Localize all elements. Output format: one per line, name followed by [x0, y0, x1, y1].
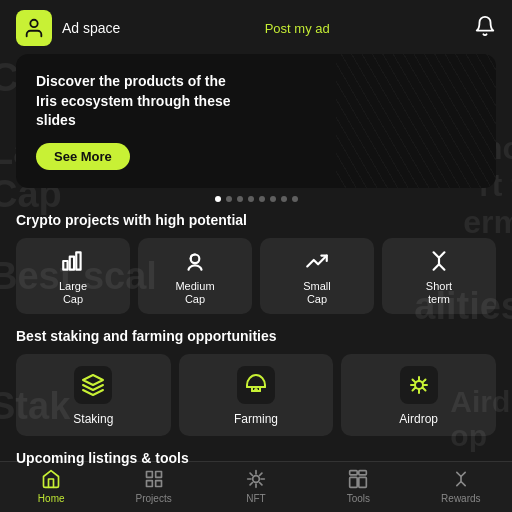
banner-dots — [0, 196, 512, 202]
upcoming-section: Upcoming listings & tools — [0, 450, 512, 466]
line-chart-icon — [304, 248, 330, 274]
bar-chart-icon — [60, 248, 86, 274]
header: Ad space Post my ad — [0, 0, 512, 50]
airdrop-item[interactable]: Airdrop — [341, 354, 496, 436]
airdrop-icon — [407, 373, 431, 397]
small-cap-label: SmallCap — [303, 280, 331, 306]
short-term-item[interactable]: Shortterm — [382, 238, 496, 314]
large-cap-label: LargeCap — [59, 280, 87, 306]
ad-space-label: Ad space — [62, 20, 120, 36]
dot-6[interactable] — [270, 196, 276, 202]
upcoming-title: Upcoming listings & tools — [16, 450, 496, 466]
staking-section-title: Best staking and farming opportunities — [0, 328, 512, 344]
dot-1[interactable] — [215, 196, 221, 202]
staking-label: Staking — [73, 412, 113, 426]
farming-icon-wrap — [237, 366, 275, 404]
banner-bg-pattern — [336, 54, 496, 188]
dot-4[interactable] — [248, 196, 254, 202]
post-my-ad-link[interactable]: Post my ad — [265, 21, 330, 36]
airdrop-label: Airdrop — [399, 412, 438, 426]
see-more-button[interactable]: See More — [36, 143, 130, 170]
helmet-icon — [244, 373, 268, 397]
arrows-updown-icon — [426, 248, 452, 274]
bell-icon[interactable] — [474, 15, 496, 41]
airdrop-icon-wrap — [400, 366, 438, 404]
svg-marker-6 — [83, 375, 103, 385]
dot-3[interactable] — [237, 196, 243, 202]
svg-rect-1 — [63, 261, 67, 270]
medium-cap-label: MediumCap — [175, 280, 214, 306]
svg-point-7 — [255, 389, 257, 391]
dot-7[interactable] — [281, 196, 287, 202]
layers-icon — [81, 373, 105, 397]
svg-rect-3 — [76, 252, 80, 269]
medium-cap-icon — [182, 248, 208, 274]
header-left: Ad space — [16, 10, 120, 46]
farming-label: Farming — [234, 412, 278, 426]
crypto-projects-grid: LargeCap MediumCap SmallCap Shortte — [0, 238, 512, 314]
banner: Discover the products of the Iris ecosys… — [16, 54, 496, 188]
farming-item[interactable]: Farming — [179, 354, 334, 436]
staking-item[interactable]: Staking — [16, 354, 171, 436]
dot-8[interactable] — [292, 196, 298, 202]
svg-rect-2 — [70, 256, 74, 269]
large-cap-item[interactable]: LargeCap — [16, 238, 130, 314]
dot-2[interactable] — [226, 196, 232, 202]
dot-5[interactable] — [259, 196, 265, 202]
banner-title: Discover the products of the Iris ecosys… — [36, 72, 236, 131]
small-cap-item[interactable]: SmallCap — [260, 238, 374, 314]
avatar-icon[interactable] — [16, 10, 52, 46]
medium-cap-item[interactable]: MediumCap — [138, 238, 252, 314]
crypto-projects-title: Crypto projects with high potential — [0, 212, 512, 228]
staking-grid: Staking Farming — [0, 354, 512, 436]
short-term-label: Shortterm — [426, 280, 452, 306]
staking-icon-wrap — [74, 366, 112, 404]
svg-point-0 — [30, 20, 37, 27]
